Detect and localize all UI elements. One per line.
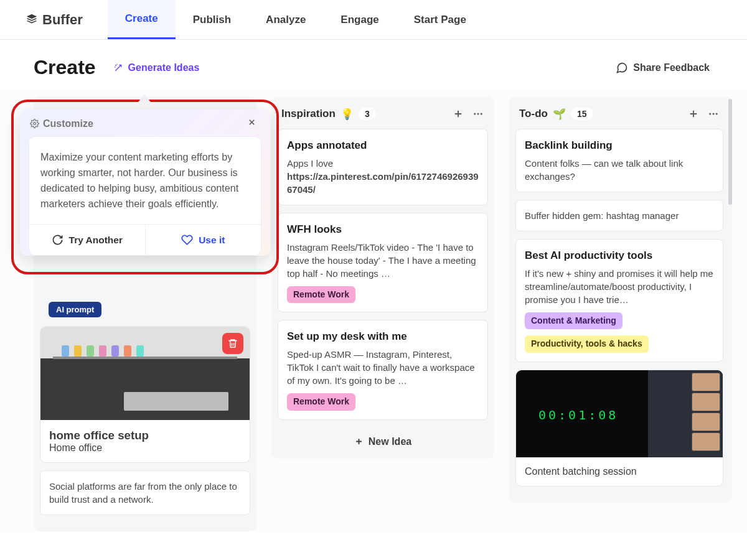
plus-icon — [354, 437, 364, 446]
page-title: Create — [34, 56, 96, 79]
delete-button[interactable] — [222, 333, 243, 354]
customize-button[interactable]: Customize — [43, 118, 93, 129]
card-home-office[interactable]: home office setup Home office — [40, 326, 250, 463]
column-count: 3 — [359, 108, 376, 120]
card-body: Content folks — can we talk about link e… — [525, 157, 714, 183]
magic-wand-icon — [113, 63, 123, 73]
svg-point-2 — [481, 113, 482, 115]
card-body: Buffer hidden gem: hashtag manager — [525, 209, 714, 222]
card-title: Set up my desk with me — [287, 329, 479, 344]
more-icon — [472, 108, 484, 119]
add-card-button[interactable] — [451, 106, 466, 121]
card-ai-tools[interactable]: Best AI productivity tools If it's new +… — [515, 239, 723, 362]
card-apps-annotated[interactable]: Apps annotated Apps I love https://za.pi… — [278, 129, 488, 205]
bulb-icon: 💡 — [341, 108, 354, 121]
tab-publish[interactable]: Publish — [176, 0, 248, 39]
card-title: Backlink building — [525, 138, 714, 153]
gear-icon — [30, 119, 39, 128]
card-body: If it's new + shiny and promises it will… — [525, 267, 714, 306]
ai-prompt-pill: AI prompt — [49, 302, 101, 317]
column-header: Inspiration 💡 3 — [278, 104, 488, 129]
use-it-label: Use it — [199, 235, 225, 246]
svg-point-1 — [477, 113, 479, 115]
card-content-batching[interactable]: 00:01:08 Content batching session — [515, 370, 723, 487]
tab-engage[interactable]: Engage — [323, 0, 396, 39]
card-caption: Content batching session — [525, 466, 714, 477]
card-title: home office setup — [49, 429, 241, 442]
try-another-label: Try Another — [69, 235, 123, 246]
column-todo: To-do 🌱 15 Backlink building Content fol… — [509, 96, 732, 503]
card-link: https://za.pinterest.com/pin/61727469269… — [287, 170, 479, 196]
brand-name: Buffer — [42, 12, 83, 28]
more-icon — [708, 108, 719, 119]
card-body: Social platforms are far from the only p… — [49, 480, 241, 506]
column-menu-button[interactable] — [706, 106, 721, 121]
column-title: Inspiration — [281, 108, 336, 120]
column-header: To-do 🌱 15 — [515, 104, 723, 129]
tag-remote-work[interactable]: Remote Work — [287, 286, 355, 304]
chat-icon — [616, 62, 628, 74]
svg-point-5 — [716, 113, 718, 115]
heart-icon — [181, 234, 193, 246]
new-idea-label: New Idea — [369, 436, 411, 447]
scrollbar[interactable] — [728, 99, 732, 205]
generate-ideas-button[interactable]: Generate Ideas — [113, 62, 200, 73]
office-photo — [40, 327, 250, 420]
plus-icon — [453, 108, 464, 119]
tab-startpage[interactable]: Start Page — [397, 0, 484, 39]
svg-point-4 — [713, 113, 715, 115]
card-backlink[interactable]: Backlink building Content folks — can we… — [515, 129, 723, 192]
generate-ideas-label: Generate Ideas — [128, 62, 200, 73]
tag-content-marketing[interactable]: Content & Marketing — [525, 312, 622, 330]
card-set-up-desk[interactable]: Set up my desk with me Sped-up ASMR — In… — [278, 320, 488, 419]
page-header: Create Generate Ideas Share Feedback — [0, 40, 747, 90]
close-button[interactable] — [247, 117, 260, 130]
tag-remote-work[interactable]: Remote Work — [287, 393, 355, 411]
card-title: Apps annotated — [287, 138, 479, 153]
card-title: WFH looks — [287, 222, 479, 237]
card-wfh-looks[interactable]: WFH looks Instagram Reels/TikTok video -… — [278, 213, 488, 312]
use-it-button[interactable]: Use it — [145, 225, 261, 255]
card-subtitle: Home office — [49, 442, 241, 454]
refresh-icon — [52, 234, 63, 246]
tab-analyze[interactable]: Analyze — [248, 0, 323, 39]
card-body: Instagram Reels/TikTok video - The 'I ha… — [287, 241, 479, 280]
column-count: 15 — [571, 108, 593, 120]
popover-pointer — [138, 95, 151, 102]
popover-actions: Try Another Use it — [29, 224, 261, 256]
svg-point-6 — [34, 123, 36, 125]
top-nav: Buffer Create Publish Analyze Engage Sta… — [0, 0, 747, 40]
timer-display: 00:01:08 — [538, 408, 618, 422]
close-icon — [247, 118, 256, 127]
share-feedback-button[interactable]: Share Feedback — [616, 62, 710, 74]
nav-tabs: Create Publish Analyze Engage Start Page — [108, 0, 484, 39]
trash-icon — [227, 338, 238, 349]
column-inspiration: Inspiration 💡 3 Apps annotated Apps I lo… — [271, 96, 494, 459]
card-line1: Apps I love — [287, 157, 479, 170]
buffer-icon — [25, 13, 39, 27]
add-card-button[interactable] — [686, 106, 701, 121]
card-title: Best AI productivity tools — [525, 248, 714, 263]
share-feedback-label: Share Feedback — [633, 62, 710, 73]
column-title: To-do — [519, 108, 548, 120]
tag-productivity[interactable]: Productivity, tools & hacks — [525, 335, 649, 353]
card-social-platforms[interactable]: Social platforms are far from the only p… — [40, 470, 250, 515]
column-menu-button[interactable] — [471, 106, 486, 121]
card-hashtag-manager[interactable]: Buffer hidden gem: hashtag manager — [515, 200, 723, 231]
svg-point-3 — [709, 113, 711, 115]
tab-create[interactable]: Create — [108, 0, 176, 39]
seedling-icon: 🌱 — [553, 108, 566, 121]
video-thumbnail: 00:01:08 — [516, 370, 723, 457]
try-another-button[interactable]: Try Another — [29, 225, 145, 255]
svg-point-0 — [474, 113, 476, 115]
generate-idea-popover-highlight: Customize Maximize your content marketin… — [11, 100, 279, 274]
plus-icon — [688, 108, 699, 119]
new-idea-button[interactable]: New Idea — [278, 427, 488, 450]
generate-idea-popover: Customize Maximize your content marketin… — [20, 110, 270, 256]
generated-idea-text: Maximize your content marketing efforts … — [29, 136, 261, 224]
card-body: Sped-up ASMR — Instagram, Pinterest, Tik… — [287, 348, 479, 387]
brand-logo: Buffer — [25, 12, 83, 28]
